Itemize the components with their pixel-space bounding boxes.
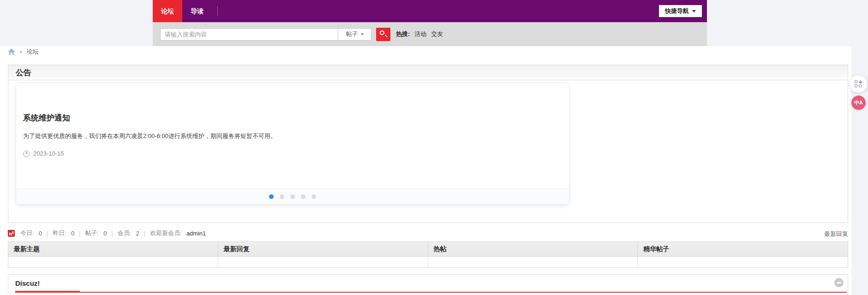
- carousel-dot[interactable]: [280, 194, 284, 199]
- search-icon: [380, 30, 384, 35]
- nav-separator: [217, 6, 218, 16]
- announcement-date: 2023-10-15: [33, 150, 64, 157]
- table-header-row: 最新主题 最新回复 热帖 精华帖子: [8, 242, 848, 257]
- table-cell: [638, 257, 848, 267]
- translate-button[interactable]: 中A: [851, 96, 866, 110]
- carousel-dots: [16, 188, 569, 204]
- quick-nav-button[interactable]: 快捷导航: [659, 5, 702, 17]
- table-header-digest-posts: 精华帖子: [638, 242, 848, 257]
- home-icon[interactable]: [8, 48, 15, 55]
- discuz-category-panel: Discuz!: [8, 274, 848, 295]
- chevron-down-icon: [361, 33, 364, 36]
- hot-search-link-activity[interactable]: 活动: [414, 30, 426, 38]
- announcement-title: 系统维护通知: [23, 113, 558, 123]
- latest-reply-link[interactable]: 最新回复: [824, 230, 848, 238]
- collapse-icon[interactable]: [834, 278, 844, 287]
- quick-nav-label: 快捷导航: [665, 7, 689, 15]
- stat-separator: |: [144, 230, 145, 237]
- carousel-dot[interactable]: [290, 194, 295, 199]
- announcement-panel-header: 公告: [8, 65, 848, 80]
- stat-label: 欢迎新会员:: [150, 229, 182, 237]
- stat-label: 今日:: [20, 229, 34, 237]
- category-underline: [15, 290, 847, 293]
- discuz-category-title: Discuz!: [15, 279, 848, 287]
- search-input[interactable]: [160, 28, 338, 41]
- stat-separator: |: [47, 230, 48, 237]
- stat-label: 会员:: [118, 229, 132, 237]
- category-underline-accent: [15, 291, 80, 293]
- extension-widget-button[interactable]: [850, 75, 867, 93]
- stat-value: 0: [71, 230, 74, 237]
- search-section: 帖子 热搜: 活动 交友: [153, 22, 707, 46]
- forum-summary-table: 最新主题 最新回复 热帖 精华帖子: [8, 241, 848, 268]
- announcement-text: 为了提供更优质的服务，我们将在本周六凌晨2:00-6:00进行系统维护，期间服务…: [23, 132, 558, 140]
- announcement-card[interactable]: 系统维护通知 为了提供更优质的服务，我们将在本周六凌晨2:00-6:00进行系统…: [16, 83, 569, 205]
- announcement-date-row: 2023-10-15: [23, 150, 558, 157]
- main-navbar: 论坛 导读 快捷导航: [153, 0, 707, 22]
- translate-icon: 中A: [854, 99, 863, 106]
- nav-tab-forum[interactable]: 论坛: [153, 0, 182, 22]
- stat-value: 0: [103, 230, 107, 237]
- hot-search-link-friends[interactable]: 交友: [431, 30, 443, 38]
- breadcrumb: » 论坛: [8, 48, 39, 56]
- hot-search-label: 热搜:: [396, 30, 410, 38]
- search-type-dropdown[interactable]: 帖子: [338, 28, 371, 41]
- forum-stats-bar: 今日: 0 | 昨日: 0 | 帖子: 0 | 会员: 2 | 欢迎新会员: a…: [8, 228, 206, 238]
- chevron-down-icon: [692, 10, 696, 12]
- announcement-panel-title: 公告: [16, 67, 31, 78]
- table-header-hot-posts: 热帖: [428, 242, 638, 257]
- clock-icon: [23, 151, 30, 157]
- stat-separator: |: [79, 230, 80, 237]
- stat-separator: |: [111, 230, 113, 237]
- nav-tab-guide[interactable]: 导读: [182, 0, 212, 22]
- stat-label: 昨日:: [53, 229, 66, 237]
- table-body-row: [8, 257, 848, 267]
- hot-search: 热搜: 活动 交友: [396, 30, 443, 38]
- table-cell: [218, 257, 428, 267]
- carousel-dot[interactable]: [301, 194, 305, 199]
- table-cell: [8, 257, 218, 267]
- carousel-dot[interactable]: [311, 194, 316, 199]
- search-button[interactable]: [376, 28, 390, 41]
- breadcrumb-current[interactable]: 论坛: [27, 48, 39, 56]
- stat-label: 帖子:: [85, 229, 99, 237]
- newest-member-link[interactable]: admin1: [186, 230, 206, 237]
- bar-chart-icon: [8, 230, 15, 237]
- carousel-dot[interactable]: [269, 194, 274, 199]
- announcement-panel: 公告 系统维护通知 为了提供更优质的服务，我们将在本周六凌晨2:00-6:00进…: [8, 65, 848, 223]
- stat-value: 0: [39, 230, 42, 237]
- stat-value: 2: [136, 230, 139, 237]
- breadcrumb-separator: »: [19, 48, 23, 55]
- table-header-latest-replies: 最新回复: [218, 242, 428, 257]
- grid-plus-icon: [855, 80, 862, 88]
- search-type-label: 帖子: [346, 30, 358, 38]
- table-cell: [428, 257, 638, 267]
- table-header-latest-topics: 最新主题: [8, 242, 218, 257]
- announcement-card-body: 系统维护通知 为了提供更优质的服务，我们将在本周六凌晨2:00-6:00进行系统…: [16, 83, 569, 157]
